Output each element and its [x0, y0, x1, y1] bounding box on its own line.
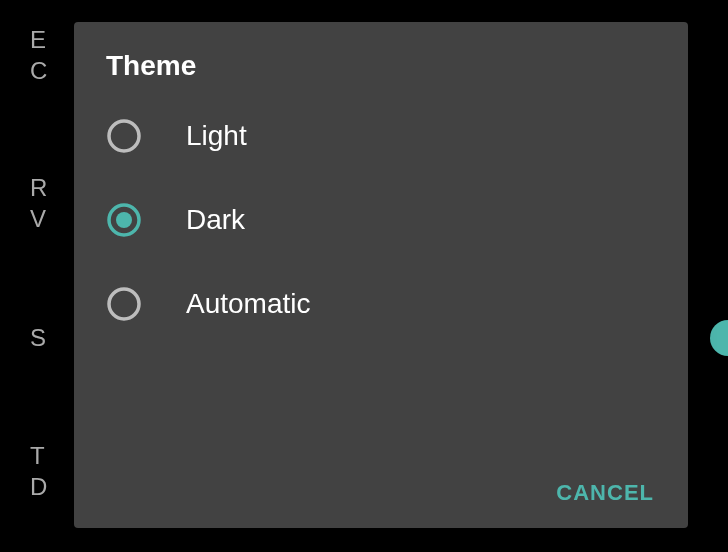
toggle-edge: [710, 320, 728, 356]
cancel-button[interactable]: CANCEL: [556, 480, 654, 506]
bg-text: S: [30, 322, 46, 353]
bg-text: V: [30, 203, 47, 234]
dialog-title: Theme: [74, 50, 688, 118]
radio-selected-icon: [106, 202, 142, 238]
option-label: Light: [186, 120, 247, 152]
theme-option-dark[interactable]: Dark: [106, 202, 688, 238]
option-label: Automatic: [186, 288, 311, 320]
theme-option-automatic[interactable]: Automatic: [106, 286, 688, 322]
theme-options: Light Dark Automatic: [74, 118, 688, 322]
option-label: Dark: [186, 204, 245, 236]
bg-setting-item: T D: [30, 440, 47, 502]
radio-unselected-icon: [106, 118, 142, 154]
bg-text: T: [30, 440, 47, 471]
svg-point-3: [109, 289, 139, 319]
bg-setting-item: R V: [30, 172, 47, 234]
svg-point-2: [116, 212, 132, 228]
bg-text: D: [30, 471, 47, 502]
dialog-actions: CANCEL: [74, 462, 688, 528]
bg-setting-item: S: [30, 322, 46, 353]
bg-setting-item: E C: [30, 24, 47, 86]
theme-dialog: Theme Light Dark Automatic CANCEL: [74, 22, 688, 528]
bg-text: E: [30, 24, 47, 55]
theme-option-light[interactable]: Light: [106, 118, 688, 154]
svg-point-0: [109, 121, 139, 151]
bg-text: R: [30, 172, 47, 203]
radio-unselected-icon: [106, 286, 142, 322]
bg-text: C: [30, 55, 47, 86]
